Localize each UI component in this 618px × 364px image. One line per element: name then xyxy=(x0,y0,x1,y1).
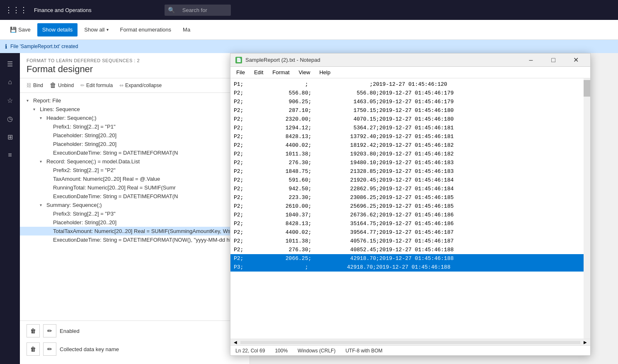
sidebar-item-favorites[interactable]: ☆ xyxy=(2,93,17,108)
line-ending: Windows (CRLF) xyxy=(298,348,335,354)
notepad-line: P2; 8428.13; 13792.40;2019-12-27 01:45:4… xyxy=(230,132,584,141)
enabled-edit-button[interactable]: ✏ xyxy=(43,324,56,337)
tree-item-label: ExecutionDateTime: String = DATETIMEFORM… xyxy=(53,193,178,199)
collected-edit-button[interactable]: ✏ xyxy=(43,342,56,356)
tree-item-label: Record: Sequence(;) = model.Data.List xyxy=(46,158,140,165)
maximize-button[interactable]: □ xyxy=(544,53,563,67)
show-all-button[interactable]: Show all ▾ xyxy=(79,23,113,36)
notepad-line: P1; ; ;2019-12-27 01:45:46:120 xyxy=(230,80,584,89)
tree-item[interactable]: RunningTotal: Numeric[20..20] Real = SUM… xyxy=(20,183,250,192)
tree-item[interactable]: ExecutionDateTime: String = DATETIMEFORM… xyxy=(20,235,250,244)
expand-collapse-link[interactable]: ⇔ Expand/collapse xyxy=(119,83,162,88)
close-button[interactable]: ✕ xyxy=(566,53,585,67)
view-menu[interactable]: View xyxy=(295,68,315,77)
sidebar-item-recent[interactable]: ◷ xyxy=(2,111,17,126)
info-message: File 'SampleReport.txt' created xyxy=(10,44,78,49)
search-icon: 🔍 xyxy=(168,7,175,13)
cursor-position: Ln 22, Col 69 xyxy=(235,348,265,354)
info-icon: ℹ xyxy=(5,43,7,50)
sidebar-item-home[interactable]: ⌂ xyxy=(2,75,17,90)
notepad-line: P2; 1040.37; 26736.62;2019-12-27 01:45:4… xyxy=(230,211,584,219)
scrollbar-thumb[interactable] xyxy=(584,80,590,97)
tree-item[interactable]: ExecutionDateTime: String = DATETIMEFORM… xyxy=(20,192,250,201)
action-bar: ⛓ Bind 🗑 Unbind ✏ Edit formula ⇔ Expand/… xyxy=(20,78,250,93)
notepad-titlebar: 📄 SampleReport (2).txt - Notepad – □ ✕ xyxy=(230,53,590,67)
notepad-line: P2; 1294.12; 5364.27;2019-12-27 01:45:46… xyxy=(230,124,584,132)
tree-item[interactable]: ExecutionDateTime: String = DATETIMEFORM… xyxy=(20,148,250,157)
notepad-content[interactable]: P1; ; ;2019-12-27 01:45:46:120P2; 556.80… xyxy=(230,78,590,339)
tree-item-label: Summary: Sequence(;) xyxy=(46,202,102,208)
sidebar-item-menu[interactable]: ☰ xyxy=(2,56,17,71)
enabled-trash-button[interactable]: 🗑 xyxy=(27,324,40,337)
show-details-button[interactable]: Show details xyxy=(37,23,78,36)
notepad-line: P2; 2610.00; 25696.25;2019-12-27 01:45:4… xyxy=(230,202,584,211)
notepad-window: 📄 SampleReport (2).txt - Notepad – □ ✕ F… xyxy=(230,53,591,356)
tree-item[interactable]: ▾Header: Sequence(;) xyxy=(20,114,250,122)
help-menu[interactable]: Help xyxy=(315,68,334,77)
notepad-scrollbar[interactable] xyxy=(584,78,590,339)
save-button[interactable]: 💾 Save xyxy=(5,23,36,36)
tree-item[interactable]: ▾Report: File xyxy=(20,96,250,105)
sidebar-item-workspaces[interactable]: ⊞ xyxy=(2,129,17,144)
file-menu[interactable]: File xyxy=(232,68,249,77)
expand-icon: ▾ xyxy=(40,203,45,207)
notepad-line: P2; 1011.38; 19203.80;2019-12-27 01:45:4… xyxy=(230,150,584,158)
tree-item[interactable]: TotalTaxAmount: Numeric[20..20] Real = S… xyxy=(20,227,250,235)
edit-menu[interactable]: Edit xyxy=(250,68,267,77)
sidebar-icons: ☰ ⌂ ☆ ◷ ⊞ ≡ xyxy=(0,53,20,364)
tree-item[interactable]: TaxAmount: Numeric[20..20] Real = @.Valu… xyxy=(20,175,250,183)
tree-item-label: Placeholder: String[20..20] xyxy=(53,219,116,226)
tree-item-label: ExecutionDateTime: String = DATETIMEFORM… xyxy=(53,150,178,156)
tree-item[interactable]: ▾Summary: Sequence(;) xyxy=(20,201,250,209)
minimize-button[interactable]: – xyxy=(521,53,540,67)
ma-button[interactable]: Ma xyxy=(178,23,195,36)
zoom-level: 100% xyxy=(275,348,288,354)
notepad-line: P2; 942.50; 22862.95;2019-12-27 01:45:46… xyxy=(230,184,584,193)
notepad-title: SampleReport (2).txt - Notepad xyxy=(245,57,518,63)
tree-item[interactable]: Prefix2: String[2..2] = "P2" xyxy=(20,166,250,175)
bind-link[interactable]: ⛓ Bind xyxy=(27,83,43,88)
format-menu[interactable]: Format xyxy=(268,68,293,77)
hscroll-right-button[interactable]: ▶ xyxy=(582,340,589,345)
edit-formula-link[interactable]: ✏ Edit formula xyxy=(80,83,113,88)
tree-item[interactable]: ▾Record: Sequence(;) = model.Data.List xyxy=(20,157,250,166)
tree-item[interactable]: Prefix3: String[2..2] = "P3" xyxy=(20,209,250,218)
collected-trash-button[interactable]: 🗑 xyxy=(27,342,40,356)
format-panel: FORMAT TO LEARN DEFERRED SEQUENCES : 2 F… xyxy=(20,53,250,364)
tree-item-label: ExecutionDateTime: String = DATETIMEFORM… xyxy=(53,237,250,243)
expand-icon: ▾ xyxy=(40,159,45,164)
format-enum-button[interactable]: Format enumerations xyxy=(115,23,177,36)
tree-container: ▾Report: File▾Lines: Sequence▾Header: Se… xyxy=(20,93,250,320)
format-title: Format designer xyxy=(27,64,243,75)
tree-item[interactable]: Placeholder: String[20..20] xyxy=(20,131,250,140)
tree-item-label: Prefix3: String[2..2] = "P3" xyxy=(53,211,116,217)
notepad-app-icon: 📄 xyxy=(235,57,242,63)
notepad-line: P2; 906.25; 1463.05;2019-12-27 01:45:46:… xyxy=(230,97,584,106)
tree-item-label: TotalTaxAmount: Numeric[20..20] Real = S… xyxy=(53,228,250,234)
tree-item[interactable]: Placeholder: String[20..20] xyxy=(20,140,250,148)
hscroll-track[interactable] xyxy=(240,341,580,344)
notepad-line: P2; 556.80; 556.80;2019-12-27 01:45:46:1… xyxy=(230,89,584,97)
tree-item-label: Prefix2: String[2..2] = "P2" xyxy=(53,167,116,173)
notepad-line: P2; 2066.25; 42918.70;2019-12-27 01:45:4… xyxy=(230,254,584,263)
notepad-line: P2; 287.10; 1750.15;2019-12-27 01:45:46:… xyxy=(230,106,584,115)
notepad-line: P3; ; 42918.70;2019-12-27 01:45:46:188 xyxy=(230,263,584,272)
notepad-line: P2; 276.30; 40852.45;2019-12-27 01:45:46… xyxy=(230,245,584,254)
tree-item[interactable]: Placeholder: String[20..20] xyxy=(20,218,250,227)
search-input[interactable] xyxy=(177,5,227,16)
tree-item[interactable]: Prefix1: String[2..2] = "P1" xyxy=(20,122,250,131)
sidebar-item-list[interactable]: ≡ xyxy=(2,148,17,163)
notepad-menubar: File Edit Format View Help xyxy=(230,67,590,78)
tree-item[interactable]: ▾Lines: Sequence xyxy=(20,105,250,114)
show-all-chevron-icon: ▾ xyxy=(107,27,109,32)
notepad-line: P2; 4400.02; 39564.77;2019-12-27 01:45:4… xyxy=(230,228,584,237)
grid-icon[interactable]: ⋮⋮⋮ xyxy=(5,5,27,15)
notepad-line: P2; 591.60; 21920.45;2019-12-27 01:45:46… xyxy=(230,176,584,184)
tree-item-label: Header: Sequence(;) xyxy=(46,115,97,121)
hscroll-left-button[interactable]: ◀ xyxy=(232,340,239,345)
bind-icon: ⛓ xyxy=(27,83,32,88)
notepad-hscrollbar[interactable]: ◀ ▶ xyxy=(230,339,590,345)
toolbar: 💾 Save Show details Show all ▾ Format en… xyxy=(0,20,618,40)
unbind-link[interactable]: 🗑 Unbind xyxy=(50,82,74,89)
notepad-line: P2; 1011.38; 40576.15;2019-12-27 01:45:4… xyxy=(230,237,584,245)
